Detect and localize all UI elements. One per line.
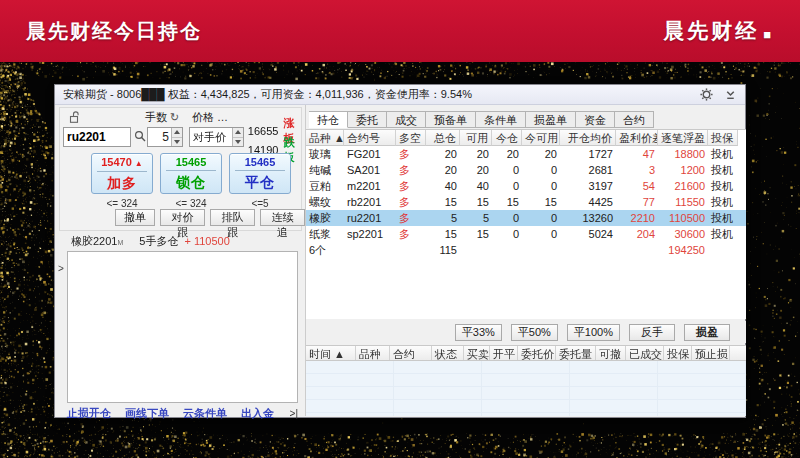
cell-avail: 40: [460, 178, 492, 194]
orders-header-cell[interactable]: 投保: [664, 346, 692, 360]
gear-icon[interactable]: [700, 88, 713, 101]
contract-input[interactable]: [64, 128, 130, 146]
positions-header-cell[interactable]: 品种 ▲: [306, 130, 344, 146]
cell-avail: 20: [460, 162, 492, 178]
cell-side: 多: [396, 146, 426, 162]
footer-link[interactable]: 画线下单: [125, 406, 169, 421]
cell-float-profit: 18800: [658, 146, 708, 162]
search-icon[interactable]: [134, 130, 147, 143]
position-row[interactable]: 纸浆 sp2201 多 15 15 0 0 5024 204 30600 投机: [306, 226, 746, 242]
cell-today-avail: 15: [522, 194, 560, 210]
orders-header-cell[interactable]: 状态: [432, 346, 464, 360]
cell-today: 0: [492, 210, 522, 226]
position-row[interactable]: 螺纹 rb2201 多 15 15 15 15 4425 77 11550 投机: [306, 194, 746, 210]
summary-count: 6个: [306, 242, 344, 258]
tab[interactable]: 资金: [576, 111, 615, 128]
position-summary-line[interactable]: 橡胶2201M 5手多仓 + 110500: [71, 234, 230, 249]
close-position-button[interactable]: 15465 平仓: [229, 153, 291, 194]
positions-header-cell[interactable]: 今仓: [492, 130, 522, 146]
lots-stepper[interactable]: 5: [147, 127, 183, 147]
positions-header-cell[interactable]: 总仓: [426, 130, 460, 146]
lots-value: 5: [148, 130, 171, 144]
tab[interactable]: 损盈单: [526, 111, 576, 128]
cell-total: 20: [426, 146, 460, 162]
cell-float-profit: 30600: [658, 226, 708, 242]
orders-header-cell[interactable]: 时间 ▲: [306, 346, 356, 360]
footer-link[interactable]: 止损开仓: [67, 406, 111, 421]
orders-header-cell[interactable]: 可撤: [596, 346, 626, 360]
tab[interactable]: 条件单: [476, 111, 526, 128]
cell-contract: SA201: [344, 162, 396, 178]
titlebar: 安粮期货 - 8006███ 权益：4,434,825，可用资金：4,011,9…: [55, 85, 745, 105]
action-button[interactable]: 损盈: [684, 324, 730, 341]
orders-header-cell[interactable]: 委托价: [518, 346, 556, 360]
summary-float-total: 194250: [658, 242, 708, 258]
orders-header-cell[interactable]: 委托量: [556, 346, 596, 360]
panel-expand-arrow[interactable]: >: [58, 263, 64, 274]
action-button[interactable]: 平100%: [567, 324, 620, 341]
cell-avail: 5: [460, 210, 492, 226]
action-button[interactable]: 平33%: [455, 324, 502, 341]
quick-button[interactable]: 对价跟: [160, 209, 205, 226]
summary-total-lots: 115: [426, 242, 460, 258]
lock-position-button[interactable]: 15465 锁仓: [160, 153, 222, 194]
orders-header-cell[interactable]: 合约: [390, 346, 432, 360]
tab[interactable]: 合约: [615, 111, 654, 128]
quick-button[interactable]: 连续追: [260, 209, 305, 226]
positions-header-cell[interactable]: 逐笔浮盈: [658, 130, 708, 146]
price-mode-select[interactable]: 对手价: [189, 127, 244, 147]
order-panel: 手数 ↻ 价格 … 5 对手价: [55, 105, 305, 416]
tab[interactable]: 预备单: [426, 111, 476, 128]
cell-avg-price: 2681: [560, 162, 616, 178]
trading-window: 安粮期货 - 8006███ 权益：4,434,825，可用资金：4,011,9…: [55, 85, 745, 417]
cell-float-profit: 11550: [658, 194, 708, 210]
positions-header-cell[interactable]: 合约号: [344, 130, 396, 146]
positions-header-cell[interactable]: 盈利价差: [616, 130, 658, 146]
quick-button[interactable]: 撤单: [115, 209, 155, 226]
orders-empty-body: [306, 361, 746, 416]
contract-input-wrap: [63, 127, 131, 147]
orders-header-cell[interactable]: 品种: [356, 346, 390, 360]
orders-header-cell[interactable]: 预止损: [692, 346, 730, 360]
positions-header-cell[interactable]: 今可用: [522, 130, 560, 146]
position-row[interactable]: 豆粕 m2201 多 40 40 0 0 3197 54 21600 投机: [306, 178, 746, 194]
price-spin-buttons[interactable]: [232, 128, 243, 146]
cell-flag: 投机: [708, 210, 738, 226]
add-long-button[interactable]: 15470 ▲ 加多: [91, 153, 153, 194]
banner-title: 晨先财经今日持仓: [26, 18, 202, 45]
orders-header-cell[interactable]: 开平: [490, 346, 518, 360]
footer-link[interactable]: 出入金: [241, 406, 274, 421]
position-mark: M: [117, 239, 123, 246]
tab[interactable]: 持仓: [309, 111, 348, 128]
cell-avail: 20: [460, 146, 492, 162]
unlock-icon[interactable]: [69, 111, 80, 124]
cell-product: 豆粕: [306, 178, 344, 194]
orders-header-cell[interactable]: 买卖: [464, 346, 490, 360]
quick-button[interactable]: 排队跟: [210, 209, 255, 226]
position-row[interactable]: 玻璃 FG201 多 20 20 20 20 1727 47 18800 投机: [306, 146, 746, 162]
action-button[interactable]: 反手: [629, 324, 675, 341]
cell-flag: 投机: [708, 226, 738, 242]
cell-side: 多: [396, 210, 426, 226]
collapse-icon[interactable]: [724, 88, 737, 101]
refresh-icon[interactable]: ↻: [170, 111, 179, 123]
cell-flag: 投机: [708, 162, 738, 178]
footer-link[interactable]: 云条件单: [183, 406, 227, 421]
action-button[interactable]: 平50%: [511, 324, 558, 341]
lots-spin-buttons[interactable]: [171, 128, 182, 146]
position-row[interactable]: 橡胶 ru2201 多 5 5 0 0 13260 2210 110500 投机: [306, 210, 746, 226]
positions-header-cell[interactable]: 多空: [396, 130, 426, 146]
orders-header-cell[interactable]: 已成交: [626, 346, 664, 360]
tab[interactable]: 委托: [348, 111, 387, 128]
tab[interactable]: 成交: [387, 111, 426, 128]
position-row[interactable]: 纯碱 SA201 多 20 20 0 0 2681 3 1200 投机: [306, 162, 746, 178]
positions-table: 品种 ▲合约号多空总仓可用今仓今可用开仓均价盈利价差逐笔浮盈投保 玻璃 FG20…: [306, 129, 746, 319]
positions-header-cell[interactable]: 开仓均价: [560, 130, 616, 146]
positions-header-cell[interactable]: 投保: [708, 130, 738, 146]
jump-arrow[interactable]: >|: [290, 408, 298, 419]
cell-contract: m2201: [344, 178, 396, 194]
positions-header-cell[interactable]: 可用: [460, 130, 492, 146]
order-queue-listbox[interactable]: [67, 251, 298, 403]
cell-today-avail: 20: [522, 146, 560, 162]
cell-product: 螺纹: [306, 194, 344, 210]
